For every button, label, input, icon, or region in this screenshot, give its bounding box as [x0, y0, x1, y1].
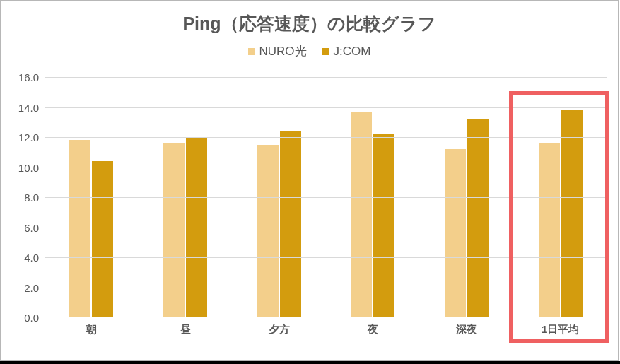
- bar-nuro: [351, 112, 372, 317]
- x-tick-label: 夜: [326, 323, 420, 336]
- gridline: [45, 168, 607, 168]
- plot-area: 0.02.04.06.08.010.012.014.016.0: [45, 77, 607, 317]
- bar-jcom: [561, 110, 583, 317]
- bar-nuro: [163, 143, 185, 318]
- x-tick-label: 1日平均: [513, 323, 607, 336]
- legend-swatch-icon: [322, 48, 329, 55]
- legend: NURO光 J:COM: [1, 43, 618, 59]
- y-tick-label: 16.0: [11, 71, 39, 83]
- gridline: [45, 197, 607, 198]
- chart-container: Ping（応答速度）の比較グラフ NURO光 J:COM 0.02.04.06.…: [0, 0, 619, 361]
- gridline: [45, 107, 607, 108]
- x-tick-label: 夕方: [232, 323, 326, 336]
- gridline: [45, 137, 607, 138]
- bar-nuro: [539, 143, 560, 318]
- y-tick-label: 12.0: [11, 131, 39, 143]
- y-tick-label: 14.0: [11, 101, 39, 113]
- bar-jcom: [373, 134, 394, 317]
- bottom-border: [0, 361, 620, 364]
- gridline: [45, 257, 607, 258]
- x-tick-label: 深夜: [420, 323, 514, 336]
- bar-nuro: [257, 145, 279, 317]
- y-tick-label: 4.0: [11, 252, 39, 264]
- legend-item-nuro: NURO光: [248, 43, 307, 59]
- x-tick-label: 昼: [139, 323, 233, 336]
- legend-swatch-icon: [248, 48, 255, 55]
- chart-title: Ping（応答速度）の比較グラフ: [1, 12, 618, 35]
- x-axis-labels: 朝 昼 夕方 夜 深夜 1日平均: [45, 323, 607, 336]
- legend-label: NURO光: [259, 43, 307, 59]
- legend-label: J:COM: [334, 45, 371, 59]
- y-tick-label: 0.0: [11, 312, 39, 324]
- x-axis-line: [45, 317, 607, 317]
- y-tick-label: 2.0: [11, 281, 39, 293]
- gridline: [45, 228, 607, 228]
- gridline: [45, 288, 607, 288]
- y-tick-label: 6.0: [11, 221, 39, 233]
- x-tick-label: 朝: [45, 323, 139, 336]
- y-tick-label: 10.0: [11, 161, 39, 173]
- legend-item-jcom: J:COM: [322, 45, 371, 59]
- y-tick-label: 8.0: [11, 192, 39, 204]
- bar-jcom: [280, 131, 301, 318]
- bar-nuro: [445, 149, 466, 317]
- bar-jcom: [92, 161, 113, 317]
- gridline: [45, 77, 607, 78]
